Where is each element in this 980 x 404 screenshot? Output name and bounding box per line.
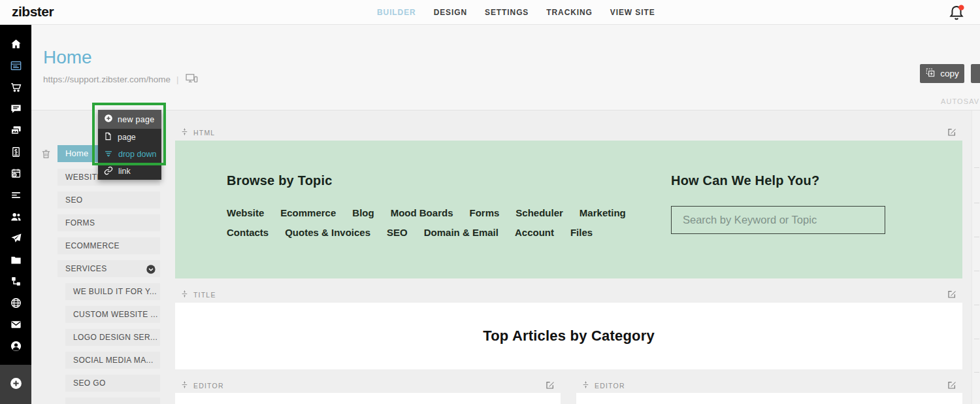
title-block-header: TITLE [175, 286, 962, 303]
nav-settings[interactable]: SETTINGS [485, 8, 529, 17]
page-item-seo[interactable]: SEO [57, 192, 160, 209]
browse-by-topic-heading: Browse by Topic [227, 173, 333, 188]
topic-link-domain-email[interactable]: Domain & Email [424, 227, 498, 238]
notifications-button[interactable] [947, 3, 967, 23]
topic-link-scheduler[interactable]: Scheduler [515, 207, 563, 218]
page-item-ecommerce[interactable]: ECOMMERCE [57, 237, 160, 254]
messages-icon[interactable] [0, 103, 31, 115]
page-item-we-build-it[interactable]: WE BUILD IT FOR Y... [65, 283, 160, 300]
new-page-menu-title: new page [118, 115, 155, 124]
stats-button[interactable] [971, 64, 980, 83]
topic-link-blog[interactable]: Blog [352, 207, 374, 218]
topic-link-mood-boards[interactable]: Mood Boards [391, 207, 453, 218]
page-item-services[interactable]: SERVICES [57, 260, 160, 277]
marketing-icon[interactable] [0, 232, 31, 244]
url-separator: | [176, 75, 179, 84]
search-input[interactable] [671, 206, 885, 234]
topic-link-quotes-invoices[interactable]: Quotes & Invoices [285, 227, 370, 238]
edit-icon[interactable] [947, 127, 957, 137]
chevron-down-circle-icon[interactable] [146, 263, 156, 277]
menu-item-drop-down-label: drop down [118, 150, 156, 159]
right-edge-panel [972, 110, 980, 404]
website-builder-icon[interactable] [0, 59, 31, 72]
drag-handle-icon[interactable] [180, 380, 189, 392]
contacts-icon[interactable] [0, 210, 31, 223]
link-chain-icon [104, 166, 113, 177]
add-page-rail-button[interactable] [0, 365, 31, 404]
title-block-text: Top Articles by Category [483, 328, 655, 345]
page-item-seo-go[interactable]: SEO GO [65, 375, 160, 392]
nav-design[interactable]: DESIGN [434, 8, 467, 17]
topics-row-2: Contacts Quotes & Invoices SEO Domain & … [227, 227, 593, 238]
menu-item-page-label: page [118, 133, 136, 142]
top-nav: BUILDER DESIGN SETTINGS TRACKING VIEW SI… [377, 0, 655, 25]
edit-icon[interactable] [947, 380, 957, 390]
nav-tracking[interactable]: TRACKING [546, 8, 593, 17]
topic-link-forms[interactable]: Forms [469, 207, 499, 218]
new-page-menu: new page page drop down link [98, 110, 161, 180]
autosave-status: AUTOSAV [941, 97, 979, 105]
page-doc-icon [104, 132, 112, 143]
menu-item-link-label: link [118, 167, 131, 176]
search-box [671, 206, 885, 234]
topic-link-files[interactable]: Files [570, 227, 593, 238]
editor-left-header: EDITOR [175, 377, 561, 394]
builder-screen: zibster BUILDER DESIGN SETTINGS TRACKING… [0, 0, 980, 404]
page-item-logo-design[interactable]: LOGO DESIGN SER... [65, 329, 160, 346]
drag-handle-icon[interactable] [180, 289, 189, 301]
menu-item-page[interactable]: page [98, 129, 161, 146]
html-block-header: HTML [175, 124, 962, 141]
cart-icon[interactable] [0, 81, 31, 93]
title-block-label: TITLE [193, 291, 216, 299]
page-item-services-label: SERVICES [65, 264, 107, 273]
edit-icon[interactable] [545, 380, 555, 390]
edit-icon[interactable] [947, 289, 957, 299]
html-block-content: Browse by Topic Website Ecommerce Blog M… [175, 141, 962, 278]
nav-view-site[interactable]: VIEW SITE [610, 8, 655, 17]
home-icon[interactable] [0, 38, 31, 50]
page-url[interactable]: https://support.zibster.com/home [43, 75, 171, 84]
help-heading: How Can We Help You? [671, 173, 819, 188]
lists-icon[interactable] [0, 189, 31, 201]
html-block-label: HTML [193, 129, 215, 137]
drag-handle-icon[interactable] [180, 127, 189, 139]
nav-builder[interactable]: BUILDER [377, 8, 416, 17]
page-item-forms[interactable]: FORMS [57, 214, 160, 231]
plus-circle-icon [104, 114, 113, 125]
devices-preview-icon[interactable] [185, 72, 198, 87]
topic-link-account[interactable]: Account [515, 227, 554, 238]
page-title: Home [43, 47, 92, 68]
page-item-partial[interactable] [65, 397, 160, 404]
copy-icon [925, 67, 936, 80]
domains-icon[interactable] [0, 297, 31, 309]
editor-left-label: EDITOR [193, 382, 224, 390]
topic-link-seo[interactable]: SEO [387, 227, 408, 238]
page-url-row: https://support.zibster.com/home | [43, 72, 198, 87]
account-icon[interactable] [0, 340, 31, 352]
editor-right-label: EDITOR [595, 382, 625, 390]
scheduler-icon[interactable] [0, 167, 31, 180]
app-sidebar [0, 25, 31, 404]
photos-icon[interactable] [0, 124, 31, 137]
topic-link-ecommerce[interactable]: Ecommerce [280, 207, 336, 218]
menu-item-link[interactable]: link [98, 163, 161, 180]
notification-dot [958, 5, 964, 10]
drag-handle-icon[interactable] [581, 380, 590, 392]
drop-down-lines-icon [104, 149, 113, 160]
invoices-icon[interactable] [0, 146, 31, 158]
page-item-custom-website[interactable]: CUSTOM WEBSITE ... [65, 306, 160, 323]
topic-link-marketing[interactable]: Marketing [580, 207, 626, 218]
trash-icon[interactable] [41, 148, 52, 162]
editor-right-header: EDITOR [576, 377, 962, 394]
files-icon[interactable] [0, 254, 31, 266]
zibster-logo: zibster [12, 4, 54, 20]
email-icon[interactable] [0, 318, 31, 331]
page-item-social-media[interactable]: SOCIAL MEDIA MA... [65, 352, 160, 369]
menu-item-drop-down[interactable]: drop down [98, 146, 161, 163]
new-page-menu-header[interactable]: new page [98, 110, 161, 129]
plus-circle-icon [9, 377, 23, 393]
topic-link-website[interactable]: Website [227, 207, 264, 218]
copy-page-button[interactable]: copy [920, 64, 964, 83]
integrations-icon[interactable] [0, 275, 31, 288]
topic-link-contacts[interactable]: Contacts [227, 227, 269, 238]
